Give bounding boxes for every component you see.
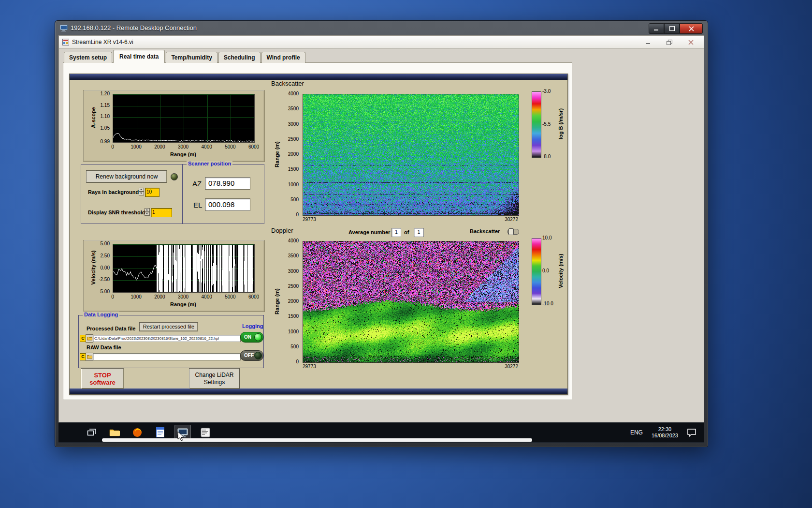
change-lidar-settings-button[interactable]: Change LiDAR Settings (189, 368, 240, 389)
rdp-minimize-button[interactable] (649, 23, 664, 34)
snr-value-field[interactable]: 1 (151, 208, 172, 217)
tick-label: 1.15 (84, 103, 110, 108)
clock[interactable]: 22:30 16/08/2023 (652, 426, 678, 439)
rdp-close-button[interactable] (680, 23, 703, 34)
language-indicator[interactable]: ENG (630, 429, 643, 436)
tick-label: 4000 (277, 238, 299, 244)
velocity-chart: Velocity (m/s) 5.002.500.00-2.50-5.00 01… (83, 240, 265, 312)
change-line1: Change LiDAR (195, 372, 233, 379)
rdp-titlebar[interactable]: 192.168.0.122 - Remote Desktop Connectio… (55, 21, 708, 35)
tab-temp-humidity[interactable]: Temp/humidity (166, 52, 217, 63)
tick-label: 0 (277, 359, 299, 365)
y-axis-ticks: 40003500300025002000150010005000 (277, 241, 299, 362)
background-controls-group: Renew background now Rays in background … (81, 164, 183, 224)
stop-software-button[interactable]: STOP software (81, 368, 124, 389)
backscatter-heatmap (303, 94, 519, 216)
tab-real-time-data[interactable]: Real time data (113, 50, 165, 63)
snr-spinner[interactable] (145, 208, 150, 216)
processed-browse-button[interactable] (86, 334, 93, 343)
tick-label: 2000 (148, 144, 171, 150)
y-axis-ticks: 1.201.151.101.050.99 (84, 90, 110, 162)
tick-label: 5000 (218, 144, 242, 150)
raw-logging-toggle[interactable]: OFF (240, 350, 263, 361)
restore-icon (667, 40, 672, 45)
tick-label: 0.00 (84, 265, 110, 271)
tick-label: 30272 (475, 217, 518, 223)
x-axis-ticks: 0100020003000400050006000 (84, 294, 264, 300)
tick-label: -8.0 (542, 154, 564, 160)
tick-label: 2500 (277, 284, 299, 289)
backscatter-display-toggle[interactable] (508, 229, 519, 235)
velocity-plot (113, 244, 255, 293)
processed-logging-toggle[interactable]: ON (240, 332, 263, 343)
renew-background-button[interactable]: Renew background now (86, 170, 167, 183)
app-minimize-button[interactable] (641, 38, 655, 46)
rdp-window: 192.168.0.122 - Remote Desktop Connectio… (55, 20, 708, 447)
backscatter-toggle-label: Backscatter (470, 228, 500, 235)
tick-label: 1000 (277, 329, 299, 335)
logging-on-led (254, 333, 262, 341)
panel-bottom-band (70, 388, 567, 394)
tick-label: 3000 (277, 269, 299, 274)
tick-label: 2000 (277, 151, 299, 157)
app-restore-button[interactable] (662, 38, 677, 46)
raw-data-file-label: RAW Data file (87, 344, 121, 351)
of-label: of (404, 229, 409, 236)
tick-label: 2.50 (84, 253, 110, 259)
doppler-heatmap (303, 241, 519, 363)
tab-scheduling[interactable]: Scheduling (218, 52, 261, 63)
average-number-field[interactable]: 1 (392, 228, 401, 237)
doppler-colorbar (532, 238, 541, 305)
backscatter-colorbar (532, 91, 541, 158)
tab-page: A-scope 1.201.151.101.050.99 01000200030… (63, 62, 572, 400)
tick-label: 5.00 (84, 241, 110, 247)
tick-label: 6000 (242, 294, 265, 300)
tick-label: -3.0 (542, 89, 564, 94)
tick-label: 1.05 (84, 125, 110, 131)
raw-path-field[interactable] (93, 353, 241, 360)
tick-label: 30272 (475, 364, 518, 370)
tick-label: 0 (101, 144, 124, 150)
notes-app-icon[interactable] (152, 425, 168, 440)
az-value-field: 078.990 (205, 177, 250, 190)
tick-label: 1500 (277, 166, 299, 172)
folder-icon (87, 355, 92, 359)
sign-scheduler-icon[interactable] (197, 425, 214, 440)
tick-label: 4000 (277, 91, 299, 97)
rays-value-field[interactable]: 10 (145, 188, 160, 197)
y-axis-ticks: 40003500300025002000150010005000 (277, 94, 299, 215)
velocity-xlabel: Range (m) (113, 301, 254, 307)
backscatter-section-label: Backscatter (271, 80, 304, 87)
processed-path-field[interactable]: C:\Lidar\Data\Proc\2023\202308\20230816\… (93, 335, 241, 342)
stop-line1: STOP (94, 372, 111, 379)
file-explorer-icon[interactable] (106, 425, 123, 440)
stop-line2: software (89, 379, 115, 386)
scanner-position-group: Scanner position AZ 078.990 EL 000.098 (182, 164, 264, 224)
rdp-maximize-button[interactable] (664, 23, 680, 34)
processed-data-file-label: Processed Data file (87, 326, 136, 332)
tick-label: 500 (277, 197, 299, 203)
minimize-icon (654, 27, 659, 31)
firefox-icon[interactable] (129, 425, 145, 440)
remote-desktop-icon (60, 25, 68, 32)
close-icon (689, 26, 694, 31)
task-view-icon[interactable] (84, 425, 100, 440)
raw-browse-button[interactable] (86, 353, 93, 361)
restart-processed-file-button[interactable]: Restart processed file (139, 322, 198, 331)
data-logging-title: Data Logging (83, 312, 119, 317)
app-close-button[interactable] (683, 38, 698, 46)
rays-spinner[interactable] (139, 188, 144, 196)
app-titlebar[interactable]: StreamLine XR v14-6.vi (59, 36, 704, 49)
tab-system-setup[interactable]: System setup (64, 52, 112, 63)
notification-icon[interactable] (687, 428, 696, 437)
tick-label: 0 (101, 294, 124, 300)
panel-top-band (70, 74, 567, 80)
vi-app-icon (62, 39, 69, 45)
doppler-colorbar-label: Velocity (m/s) (558, 254, 564, 288)
horizontal-scrollbar[interactable] (102, 438, 532, 442)
average-of-field[interactable]: 1 (414, 228, 424, 237)
snr-threshold-label: Display SNR threshold (88, 209, 145, 216)
logging-off-led (254, 352, 262, 359)
tab-wind-profile[interactable]: Wind profile (261, 52, 305, 63)
scanner-position-title: Scanner position (187, 161, 232, 166)
